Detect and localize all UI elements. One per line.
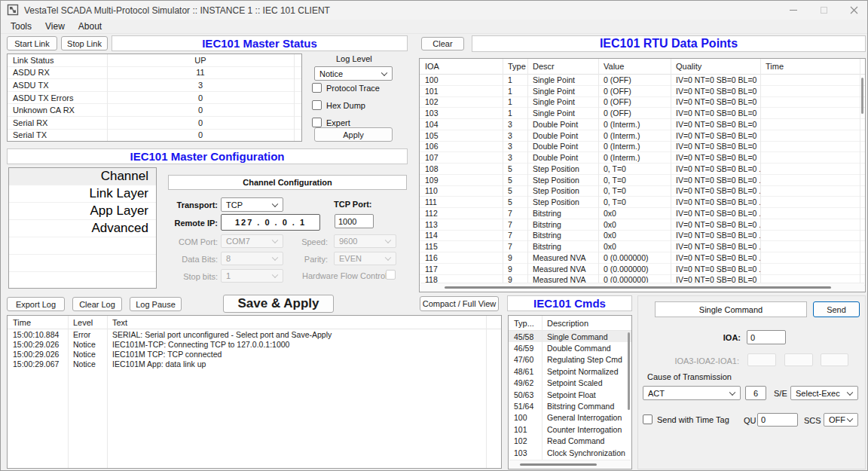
protocol-trace-checkbox[interactable] — [312, 83, 322, 93]
menu-view[interactable]: View — [38, 21, 72, 32]
cmd-row[interactable]: 49/62 Setpoint Scaled — [509, 378, 631, 389]
cmd-row[interactable]: 102 Read Command — [509, 436, 631, 447]
log-level-select[interactable]: Notice — [314, 66, 393, 81]
table-row[interactable]: 101 1 Single Point 0 (OFF) IV=0 NT=0 SB=… — [420, 86, 865, 97]
cmd-type: 48/61 — [509, 365, 542, 377]
hex-dump-checkbox[interactable] — [312, 100, 322, 110]
table-row[interactable]: 114 7 Bitstring 0x0 IV=0 NT=0 SB=0 BL=0 … — [420, 231, 865, 242]
cause-of-transmission-select[interactable]: ACT — [643, 386, 741, 400]
table-row[interactable]: 117 9 Measured NVA 0 (0.000000) IV=0 NT=… — [420, 264, 865, 275]
ioa-field[interactable] — [747, 330, 786, 344]
expert-checkbox[interactable] — [312, 118, 322, 127]
table-row[interactable]: 106 3 Double Point 0 (Interm.) IV=0 NT=0… — [420, 142, 865, 153]
rtu-col-time[interactable]: Time — [760, 59, 865, 74]
vertical-scrollbar[interactable] — [861, 78, 863, 114]
hex-dump-option[interactable]: Hex Dump — [312, 100, 365, 110]
log-row[interactable]: 15:00:29.067 Notice IEC101M App: data li… — [8, 359, 501, 369]
cmd-row[interactable]: 103 Clock Synchronization — [509, 447, 631, 458]
config-nav-link-layer[interactable]: Link Layer — [9, 185, 156, 203]
table-row[interactable]: 116 9 Measured NVA 0 (0.000000) IV=0 NT=… — [420, 252, 865, 264]
vertical-scrollbar[interactable] — [628, 332, 630, 410]
chevron-down-icon — [272, 271, 278, 277]
close-button[interactable] — [839, 1, 868, 20]
table-row[interactable]: 100 1 Single Point 0 (OFF) IV=0 NT=0 SB=… — [420, 75, 865, 86]
cmds-col-type[interactable]: Typ... — [509, 316, 542, 330]
maximize-button[interactable] — [808, 1, 839, 20]
table-row[interactable]: 112 7 Bitstring 0x0 IV=0 NT=0 SB=0 BL=0 … — [420, 208, 865, 219]
log-col-text[interactable]: Text — [107, 316, 486, 329]
cmd-row[interactable]: 50/63 Setpoint Float — [509, 389, 631, 400]
table-row[interactable]: 109 5 Step Position 0, T=0 IV=0 NT=0 SB=… — [420, 175, 865, 186]
apply-button[interactable]: Apply — [314, 127, 393, 142]
rtu-col-type[interactable]: Type — [503, 59, 527, 74]
start-link-button[interactable]: Start Link — [7, 36, 57, 50]
rtu-descr: Double Point — [527, 142, 598, 152]
table-row[interactable]: 113 7 Bitstring 0x0 IV=0 NT=0 SB=0 BL=0 … — [420, 219, 865, 231]
menu-tools[interactable]: Tools — [4, 21, 38, 32]
table-row[interactable]: 107 3 Double Point 0 (Interm.) IV=0 NT=0… — [420, 152, 865, 164]
send-button[interactable]: Send — [813, 301, 860, 317]
log-row[interactable]: 15:00:29.026 Notice IEC101M-TCP: Connect… — [8, 339, 501, 349]
log-level: Notice — [68, 339, 107, 349]
rtu-col-descr[interactable]: Descr — [527, 59, 598, 74]
horizontal-scrollbar[interactable] — [520, 463, 597, 466]
table-row[interactable]: 111 5 Step Position 0, T=0 IV=0 NT=0 SB=… — [420, 197, 865, 208]
rtu-clear-button[interactable]: Clear — [421, 37, 464, 50]
rtu-col-ioa[interactable]: IOA — [420, 59, 503, 74]
transport-select[interactable]: TCP — [221, 197, 283, 212]
menu-about[interactable]: About — [72, 21, 108, 32]
config-nav-advanced[interactable]: Advanced — [9, 220, 156, 237]
cot-number-field[interactable] — [745, 386, 766, 400]
remote-ip-field[interactable]: 127 . 0 . 0 . 1 — [221, 214, 320, 231]
cmds-col-description[interactable]: Description — [542, 316, 631, 330]
rtu-col-quality[interactable]: Quality — [671, 59, 760, 74]
export-log-button[interactable]: Export Log — [7, 297, 65, 311]
app-window: VestaTel SCADA Multi-Protocol Simulator … — [0, 0, 868, 471]
cmd-row[interactable]: 45/58 Single Command — [509, 331, 631, 342]
stop-link-button[interactable]: Stop Link — [61, 36, 108, 50]
cmd-type: 51/64 — [509, 400, 542, 411]
log-text: SERIAL: Serial port unconfigured - Selec… — [107, 329, 486, 339]
qu-field[interactable] — [757, 413, 798, 427]
rtu-type: 1 — [503, 108, 527, 118]
log-row[interactable]: 15:00:10.884 Error SERIAL: Serial port u… — [8, 329, 501, 339]
cmd-row[interactable]: 46/59 Double Command — [509, 342, 631, 353]
rtu-value: 0, T=0 — [598, 186, 671, 197]
log-time: 15:00:29.067 — [8, 359, 68, 369]
horizontal-scrollbar[interactable] — [445, 286, 831, 289]
select-exec-select[interactable]: Select-Exec — [790, 386, 858, 400]
cmd-row[interactable]: 51/64 Bitstring Command — [509, 400, 631, 411]
scs-select[interactable]: OFF — [824, 413, 858, 427]
log-row[interactable]: 15:00:29.026 Notice IEC101M TCP: TCP con… — [8, 349, 501, 359]
save-apply-button[interactable]: Save & Apply — [223, 295, 334, 313]
table-row[interactable]: 115 7 Bitstring 0x0 IV=0 NT=0 SB=0 BL=0 … — [420, 241, 865, 252]
cmd-row[interactable]: 48/61 Setpoint Normalized — [509, 365, 631, 377]
table-row[interactable]: 102 1 Single Point 0 (OFF) IV=0 NT=0 SB=… — [420, 97, 865, 109]
cmd-row[interactable]: 100 General Interrogation — [509, 412, 631, 424]
table-row[interactable]: 104 3 Double Point 0 (Interm.) IV=0 NT=0… — [420, 119, 865, 130]
table-row[interactable]: 108 5 Step Position 0, T=0 IV=0 NT=0 SB=… — [420, 164, 865, 175]
cmd-row[interactable]: 47/60 Regulating Step Cmd — [509, 354, 631, 365]
protocol-trace-option[interactable]: Protocol Trace — [312, 83, 380, 93]
log-pause-button[interactable]: Log Pause — [130, 297, 182, 311]
table-row[interactable]: 105 3 Double Point 0 (Interm.) IV=0 NT=0… — [420, 130, 865, 142]
send-with-time-tag-option[interactable]: Send with Time Tag — [643, 414, 729, 424]
time-tag-checkbox[interactable] — [643, 414, 653, 424]
table-row[interactable]: 103 1 Single Point 0 (OFF) IV=0 NT=0 SB=… — [420, 108, 865, 119]
com-port-value: COM7 — [226, 237, 250, 246]
cmd-row[interactable]: 101 Counter Interrogation — [509, 424, 631, 435]
rtu-col-value[interactable]: Value — [598, 59, 671, 74]
log-col-time[interactable]: Time — [8, 316, 68, 329]
expert-option[interactable]: Expert — [312, 118, 350, 127]
config-nav-channel[interactable]: Channel — [9, 168, 156, 185]
clear-log-button[interactable]: Clear Log — [72, 297, 122, 311]
compact-full-view-button[interactable]: Compact / Full View — [420, 296, 499, 311]
log-text: IEC101M App: data link up — [107, 359, 486, 369]
minimize-button[interactable] — [778, 1, 808, 20]
tcp-port-field[interactable] — [335, 214, 374, 228]
ioa3-ioa2-ioa1-label: IOA3-IOA2-IOA1: — [664, 356, 739, 365]
rtu-time — [760, 186, 865, 197]
log-col-level[interactable]: Level — [68, 316, 107, 329]
table-row[interactable]: 110 5 Step Position 0, T=0 IV=0 NT=0 SB=… — [420, 186, 865, 197]
config-nav-app-layer[interactable]: App Layer — [9, 203, 156, 220]
